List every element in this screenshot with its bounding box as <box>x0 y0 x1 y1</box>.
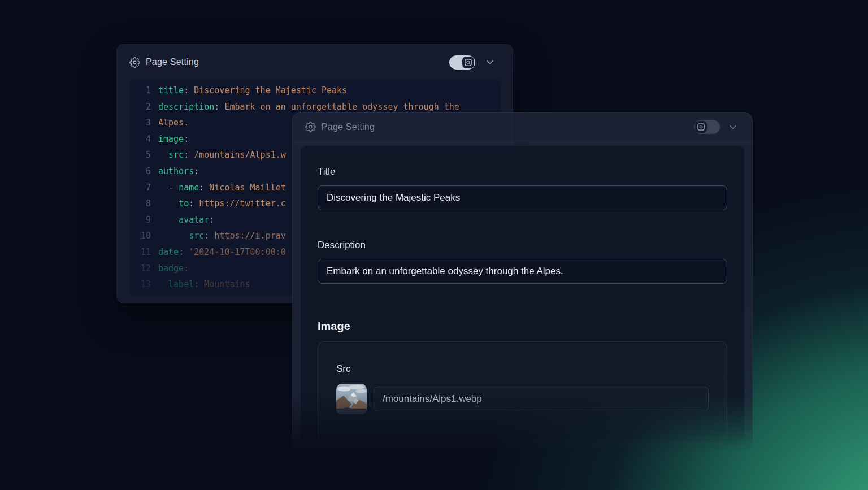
gear-icon <box>129 57 140 68</box>
panel-title: Page Setting <box>322 122 375 132</box>
title-label: Title <box>318 166 727 177</box>
chevron-down-icon[interactable] <box>727 122 739 133</box>
title-field-group: Title <box>318 166 727 210</box>
page-setting-form-panel: Page Setting Title <box>292 112 753 452</box>
gear-icon <box>305 122 316 132</box>
form-body: Title Description Image Src <box>301 146 744 442</box>
code-view-toggle[interactable] <box>449 55 475 70</box>
src-label: Src <box>336 363 709 375</box>
description-input[interactable] <box>318 259 727 284</box>
image-src-input[interactable] <box>374 387 709 411</box>
title-input[interactable] <box>318 185 727 210</box>
code-line: 1title: Discovering the Majestic Peaks <box>136 83 500 99</box>
app-background: { "colors": { "background": "#080c1a", "… <box>0 0 868 490</box>
description-field-group: Description <box>318 240 727 284</box>
form-panel-header: Page Setting <box>293 113 752 141</box>
code-brackets-icon <box>697 123 705 131</box>
code-panel-header: Page Setting <box>117 45 513 80</box>
toggle-knob <box>695 121 707 133</box>
description-label: Description <box>318 240 727 251</box>
panel-title: Page Setting <box>146 57 199 67</box>
toggle-knob <box>462 57 474 68</box>
image-section-heading: Image <box>318 319 727 333</box>
mountain-photo-thumbnail[interactable] <box>336 384 367 414</box>
code-brackets-icon <box>465 59 472 66</box>
chevron-down-icon[interactable] <box>484 57 496 68</box>
code-view-toggle[interactable] <box>694 120 720 134</box>
image-section-card: Src <box>318 341 727 441</box>
